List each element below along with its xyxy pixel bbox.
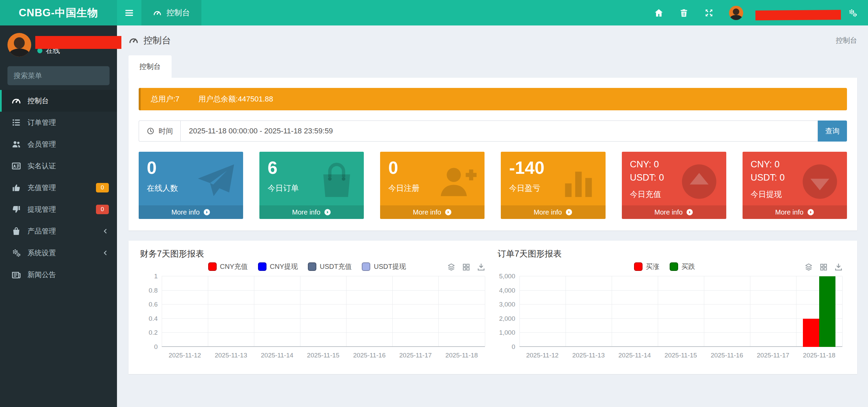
legend-item[interactable]: USDT提现 — [362, 262, 406, 271]
info-box-pnl[interactable]: -140今日盈亏More info — [501, 152, 605, 219]
settings-gears-icon[interactable] — [848, 8, 858, 18]
charts-card: 财务7天图形报表 CNY充值CNY提现USDT充值USDT提现00.20.40.… — [129, 241, 857, 374]
dashboard-card: 控制台 总用户:7 用户总余额:447501.88 时间 查询 — [129, 55, 857, 230]
stack-icon[interactable] — [447, 263, 456, 272]
brand-logo[interactable]: CNBG-中国生物 — [0, 0, 117, 25]
sidebar-item-members[interactable]: 会员管理 — [0, 133, 117, 155]
redaction-overlay-topbar-username — [755, 10, 841, 20]
home-icon[interactable] — [654, 8, 664, 18]
total-balance: 用户总余额:447501.88 — [198, 94, 273, 104]
users-icon — [11, 139, 21, 149]
gridline — [162, 290, 485, 291]
gridline — [519, 276, 520, 347]
info-box-row: 0在线人数More info6今日订单More info0今日注册More in… — [139, 152, 847, 219]
arrow-circle-right-icon — [445, 208, 452, 216]
gridline — [566, 276, 566, 347]
finance-chart: 财务7天图形报表 CNY充值CNY提现USDT充值USDT提现00.20.40.… — [137, 248, 494, 365]
y-axis-tick: 0.6 — [149, 301, 158, 308]
sidebar-item-settings[interactable]: 系统设置 — [0, 242, 117, 264]
sidebar-item-orders[interactable]: 订单管理 — [0, 112, 117, 133]
gauge-icon — [153, 8, 162, 17]
info-box-online[interactable]: 0在线人数More info — [139, 152, 243, 219]
gridline — [519, 332, 843, 333]
info-box-value: 6 — [268, 158, 356, 178]
download-icon[interactable] — [477, 263, 486, 272]
info-box-orders[interactable]: 6今日订单More info — [259, 152, 364, 219]
sidebar-item-products[interactable]: 产品管理 — [0, 220, 117, 242]
tiled-icon[interactable] — [819, 263, 828, 272]
topbar-tab-dashboard[interactable]: 控制台 — [141, 0, 201, 25]
info-box-register[interactable]: 0今日注册More info — [380, 152, 485, 219]
chart-canvas[interactable]: CNY充值CNY提现USDT充值USDT提现00.20.40.60.812025… — [137, 261, 494, 365]
tab-dashboard[interactable]: 控制台 — [129, 55, 172, 78]
sidebar-item-recharge[interactable]: 充值管理0 — [0, 177, 117, 199]
sidebar-item-dashboard[interactable]: 控制台 — [0, 90, 117, 112]
legend-item[interactable]: 买涨 — [634, 262, 659, 271]
more-info-link[interactable]: More info — [501, 205, 605, 219]
news-icon — [11, 270, 21, 280]
gridline — [300, 276, 300, 347]
arrow-circle-right-icon — [565, 208, 573, 216]
download-icon[interactable] — [834, 263, 843, 272]
sidebar-item-realname[interactable]: 实名认证 — [0, 155, 117, 177]
topbar: CNBG-中国生物 控制台 — [0, 0, 868, 25]
chart-legend: 买涨买跌 — [518, 262, 811, 271]
gridline — [162, 318, 485, 319]
x-axis-tick: 2025-11-13 — [215, 352, 247, 359]
gridline — [796, 276, 796, 347]
legend-item[interactable]: CNY充值 — [208, 262, 248, 271]
info-box-withdraw[interactable]: CNY: 0USDT: 0今日提现More info — [743, 152, 847, 219]
sidebar-item-label: 提现管理 — [27, 205, 90, 214]
gridline — [842, 276, 843, 347]
chart-canvas[interactable]: 买涨买跌01,0002,0003,0004,0005,0002025-11-12… — [494, 261, 852, 365]
legend-marker — [670, 262, 678, 271]
legend-marker — [258, 262, 267, 271]
info-box-label: 在线人数 — [147, 183, 235, 193]
query-button[interactable]: 查询 — [818, 121, 847, 142]
x-axis-tick: 2025-11-15 — [307, 352, 339, 359]
hamburger-icon — [124, 8, 134, 18]
more-info-link[interactable]: More info — [259, 205, 364, 219]
tiled-icon[interactable] — [462, 263, 471, 272]
arrow-circle-right-icon — [324, 208, 331, 216]
tab-strip: 控制台 — [129, 55, 857, 78]
time-filter-label-text: 时间 — [159, 126, 173, 136]
more-info-link[interactable]: More info — [622, 205, 726, 219]
more-info-link[interactable]: More info — [380, 205, 485, 219]
bar-买涨-2025-11-18[interactable] — [803, 319, 819, 347]
bar-买跌-2025-11-18[interactable] — [819, 276, 835, 347]
trash-icon[interactable] — [679, 8, 689, 18]
y-axis-tick: 0.4 — [149, 315, 158, 322]
date-range-input[interactable] — [180, 121, 818, 142]
chart-legend: CNY充值CNY提现USDT充值USDT提现 — [160, 262, 454, 271]
info-box-label: 今日注册 — [388, 183, 476, 193]
stack-icon[interactable] — [804, 263, 813, 272]
legend-item[interactable]: 买跌 — [670, 262, 695, 271]
info-box-line: CNY: 0 — [751, 158, 839, 171]
arrow-circle-right-icon — [807, 208, 814, 216]
info-box-value: -140 — [509, 158, 597, 178]
sidebar-item-news[interactable]: 新闻公告 — [0, 264, 117, 285]
thumbup-icon — [11, 183, 21, 193]
more-info-link[interactable]: More info — [139, 205, 243, 219]
info-box-value: 0 — [388, 158, 476, 178]
x-axis-line — [162, 346, 485, 347]
legend-item[interactable]: CNY提现 — [258, 262, 298, 271]
search-input[interactable] — [14, 72, 105, 80]
clock-icon — [146, 127, 155, 135]
info-box-line: USDT: 0 — [751, 171, 839, 184]
sidebar-item-label: 产品管理 — [27, 226, 96, 236]
info-box-recharge[interactable]: CNY: 0USDT: 0今日充值More info — [622, 152, 726, 219]
sidebar-toggle-button[interactable] — [117, 0, 141, 25]
chevron-left-icon — [102, 249, 109, 256]
x-axis-tick: 2025-11-17 — [399, 352, 432, 359]
breadcrumb[interactable]: 控制台 — [836, 36, 857, 45]
more-info-link[interactable]: More info — [743, 205, 847, 219]
y-axis-tick: 3,000 — [499, 301, 515, 308]
legend-item[interactable]: USDT充值 — [308, 262, 352, 271]
sidebar-search — [7, 66, 110, 85]
sidebar-item-withdraw[interactable]: 提现管理0 — [0, 199, 117, 220]
fullscreen-icon[interactable] — [704, 8, 714, 18]
total-users: 总用户:7 — [151, 94, 179, 104]
chart-plot-area: 00.20.40.60.812025-11-122025-11-132025-1… — [162, 276, 485, 347]
